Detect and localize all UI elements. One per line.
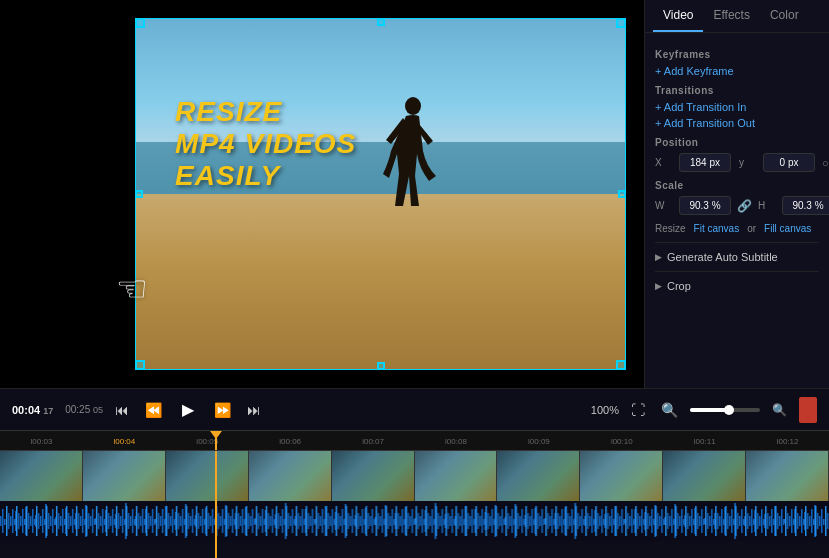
svg-rect-50 [444, 514, 446, 528]
playhead-triangle [210, 431, 222, 439]
ruler-mark-10: l00:12 [746, 437, 829, 448]
link-icon[interactable]: 🔗 [737, 199, 752, 213]
ruler-mark-4: l00:06 [249, 437, 332, 448]
add-transition-in-link[interactable]: + Add Transition In [655, 101, 819, 113]
w-label: W [655, 200, 675, 211]
svg-rect-76 [704, 518, 706, 524]
handle-mid-bottom[interactable] [377, 362, 385, 370]
handle-corner-br[interactable] [616, 360, 626, 370]
svg-rect-53 [474, 509, 476, 533]
generate-subtitle-header[interactable]: ▶ Generate Auto Subtitle [655, 251, 819, 263]
svg-rect-38 [325, 506, 327, 536]
svg-rect-16 [105, 510, 107, 532]
svg-rect-69 [634, 509, 636, 533]
playhead-ruler [215, 431, 217, 450]
fast-forward-button[interactable]: ⏩ [210, 398, 235, 422]
crop-header[interactable]: ▶ Crop [655, 280, 819, 292]
thumb-7 [497, 451, 580, 501]
svg-rect-63 [574, 503, 576, 539]
handle-corner-tl[interactable] [135, 18, 145, 28]
transitions-label: Transitions [655, 85, 819, 96]
svg-rect-73 [674, 504, 676, 538]
svg-rect-33 [275, 514, 277, 528]
thumb-9 [663, 451, 746, 501]
svg-rect-21 [155, 519, 157, 523]
handle-corner-tr[interactable] [616, 18, 626, 28]
zoom-out-button[interactable]: 🔍 [657, 398, 682, 422]
thumb-4 [249, 451, 332, 501]
svg-rect-77 [714, 513, 716, 529]
skip-to-start-button[interactable]: ⏮ [111, 398, 133, 422]
audio-track[interactable] [0, 501, 829, 541]
thumb-10 [746, 451, 829, 501]
svg-rect-72 [664, 517, 666, 525]
h-input[interactable] [782, 196, 829, 215]
video-track[interactable] [0, 451, 829, 501]
svg-rect-13 [75, 513, 77, 529]
svg-rect-41 [355, 515, 357, 527]
fill-canvas-button[interactable]: Fill canvas [760, 221, 815, 236]
svg-rect-46 [405, 507, 407, 535]
svg-rect-9 [35, 515, 37, 527]
y-input[interactable] [763, 153, 815, 172]
svg-rect-86 [804, 512, 806, 530]
svg-rect-23 [175, 512, 177, 530]
black-bar-right [626, 0, 644, 388]
ruler-mark-6: l00:08 [415, 437, 498, 448]
video-text-line3: EASILY [175, 160, 356, 192]
thumb-6 [415, 451, 498, 501]
video-text-line1: RESIZE [175, 96, 356, 128]
svg-rect-15 [95, 518, 97, 524]
timeline-ruler: l00:03 l00:04 l00:05 l00:06 l00:07 l00:0… [0, 431, 829, 451]
video-preview-area: RESIZE MP4 VIDEOS EASILY ☞ [0, 0, 644, 388]
svg-rect-36 [305, 509, 307, 533]
handle-mid-top[interactable] [377, 18, 385, 26]
w-input[interactable] [679, 196, 731, 215]
svg-rect-48 [424, 510, 426, 532]
svg-rect-7 [15, 511, 17, 531]
waveform-svg [0, 501, 829, 541]
black-bar-left [0, 0, 135, 388]
video-text-line2: MP4 VIDEOS [175, 128, 356, 160]
position-label: Position [655, 137, 819, 148]
svg-rect-51 [454, 516, 456, 526]
add-keyframe-link[interactable]: + Add Keyframe [655, 65, 819, 77]
svg-rect-11 [55, 517, 57, 525]
play-button[interactable]: ▶ [174, 396, 202, 424]
x-label: X [655, 157, 675, 168]
generate-subtitle-section: ▶ Generate Auto Subtitle [655, 242, 819, 271]
video-frame[interactable]: RESIZE MP4 VIDEOS EASILY [135, 18, 626, 370]
svg-rect-39 [335, 512, 337, 530]
ruler-mark-1: l00:03 [0, 437, 83, 448]
tab-video[interactable]: Video [653, 0, 703, 32]
handle-mid-left[interactable] [135, 190, 143, 198]
ruler-mark-7: l00:09 [497, 437, 580, 448]
record-button[interactable] [799, 397, 817, 423]
handle-mid-right[interactable] [618, 190, 626, 198]
svg-rect-29 [235, 513, 237, 529]
handle-corner-bl[interactable] [135, 360, 145, 370]
x-input[interactable] [679, 153, 731, 172]
tab-effects[interactable]: Effects [703, 0, 759, 32]
svg-rect-84 [784, 519, 786, 523]
generate-subtitle-label: Generate Auto Subtitle [667, 251, 778, 263]
zoom-slider[interactable] [690, 408, 760, 412]
fullscreen-button[interactable]: ⛶ [627, 398, 649, 422]
svg-rect-57 [514, 504, 516, 538]
crop-chevron: ▶ [655, 281, 662, 291]
fit-canvas-button[interactable]: Fit canvas [690, 221, 744, 236]
svg-rect-8 [25, 507, 27, 535]
tab-color[interactable]: Color [760, 0, 809, 32]
svg-rect-43 [375, 517, 377, 525]
svg-rect-71 [654, 505, 656, 537]
svg-rect-67 [614, 506, 616, 536]
add-transition-out-link[interactable]: + Add Transition Out [655, 117, 819, 129]
svg-rect-42 [365, 508, 367, 534]
zoom-thumb[interactable] [724, 405, 734, 415]
zoom-in-button[interactable]: 🔍 [768, 399, 791, 421]
svg-rect-30 [245, 507, 247, 535]
skip-to-end-button[interactable]: ⏭ [243, 398, 265, 422]
thumb-2 [83, 451, 166, 501]
svg-rect-37 [315, 519, 317, 523]
rewind-button[interactable]: ⏪ [141, 398, 166, 422]
